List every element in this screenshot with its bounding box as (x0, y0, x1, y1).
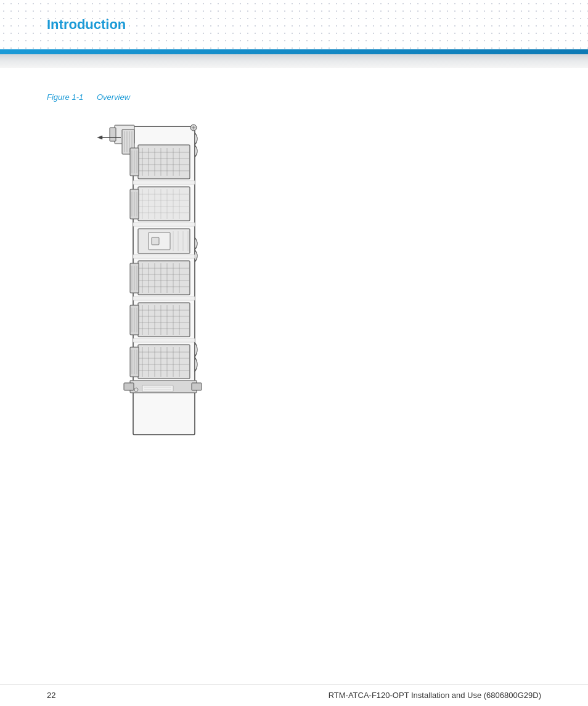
figure-container (96, 114, 541, 459)
svg-rect-26 (133, 181, 195, 184)
footer-doc-title: RTM-ATCA-F120-OPT Installation and Use (… (329, 691, 541, 700)
header-section: Introduction (0, 0, 588, 49)
figure-caption: Figure 1-1 Overview (47, 92, 541, 102)
footer-page-number: 22 (47, 691, 55, 700)
svg-rect-52 (138, 261, 190, 295)
header-title-bar: Introduction (0, 0, 588, 49)
svg-rect-103 (124, 383, 134, 390)
svg-marker-4 (97, 136, 102, 139)
svg-rect-104 (192, 383, 202, 390)
svg-point-105 (134, 388, 138, 392)
svg-rect-27 (138, 187, 190, 221)
hardware-diagram (96, 114, 219, 459)
gray-gradient-bar (0, 54, 588, 68)
svg-rect-43 (133, 223, 195, 226)
svg-rect-2 (110, 128, 116, 141)
svg-rect-68 (133, 297, 195, 300)
svg-rect-10 (138, 145, 190, 179)
main-content: Figure 1-1 Overview (0, 68, 588, 672)
footer: 22 RTM-ATCA-F120-OPT Installation and Us… (0, 684, 588, 706)
page-title: Introduction (47, 17, 126, 33)
svg-rect-85 (133, 339, 195, 342)
svg-rect-69 (138, 303, 190, 337)
figure-title: Overview (97, 92, 130, 102)
figure-label: Figure 1-1 (47, 92, 83, 102)
svg-rect-86 (138, 345, 190, 379)
svg-rect-51 (133, 255, 195, 258)
svg-rect-46 (152, 237, 159, 245)
svg-rect-106 (142, 385, 173, 392)
blue-accent-bar (0, 49, 588, 54)
